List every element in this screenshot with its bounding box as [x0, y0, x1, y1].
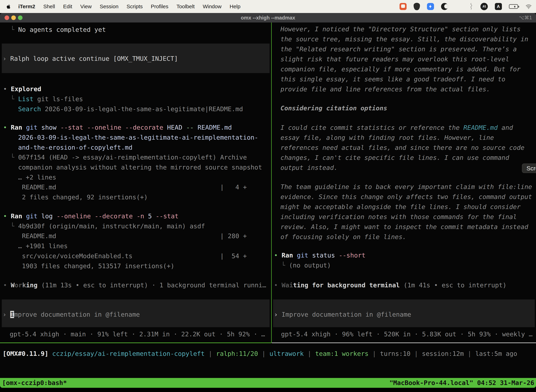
menubar-status-icons: .61 A: [400, 0, 532, 13]
menu-scripts[interactable]: Scripts: [127, 4, 143, 9]
title-bar[interactable]: omx --xhigh --madmax ⌥⌘1: [0, 13, 536, 23]
terminal-line: review. Also, I might want to inspect th…: [281, 222, 528, 232]
terminal-line: 1903 files changed, 513517 insertions(+): [18, 261, 174, 271]
terminal-line: slight risk that future readers may over…: [281, 54, 509, 64]
wifi-icon[interactable]: [525, 4, 532, 9]
terminal-line: essay file, along with finding root file…: [281, 133, 494, 143]
terminal-line: • Working (11m 13s • esc to interrupt) ·…: [3, 280, 266, 290]
screen: iTerm2 Shell Edit View Session Scripts P…: [0, 0, 536, 392]
terminal-line: However, I noticed the "Directory Struct…: [281, 24, 521, 34]
terminal-line: of focusing solely on file lines.: [281, 232, 406, 242]
terminal-line: 2026-03-09-is-legal-the-same-as-legitima…: [18, 132, 258, 142]
terminal-line: └ No agents completed yet: [10, 25, 106, 35]
input-source-label: A: [497, 4, 500, 9]
squiggle-icon[interactable]: [469, 3, 474, 10]
terminal-line: └ (no output): [281, 260, 331, 270]
screen-share-overlay[interactable]: Scre: [522, 163, 536, 173]
window-title: omx --xhigh --madmax: [0, 13, 536, 23]
terminal-line: provide file and line references from th…: [281, 84, 490, 94]
left-pane-border: [0, 342, 271, 343]
menu-edit[interactable]: Edit: [63, 4, 72, 9]
terminal-line: I could cite commit statistics or refere…: [281, 123, 513, 133]
battery-icon[interactable]: [509, 4, 518, 9]
terminal-line: The team guideline is to back every impo…: [281, 182, 532, 192]
terminal-line: └ List git ls-files: [10, 94, 83, 104]
terminal-line: src/voice/voiceModeEnabled.ts | 54 +: [18, 251, 247, 261]
menu-help[interactable]: Help: [230, 4, 241, 9]
terminal-line: the "Related research writing" section i…: [281, 44, 517, 54]
overlay-label: Scre: [526, 165, 536, 172]
right-pane-border: [272, 342, 536, 343]
terminal-line: this single essay, it seems like a good …: [281, 74, 505, 84]
menu-iterm2[interactable]: iTerm2: [18, 4, 35, 9]
menu-window[interactable]: Window: [203, 4, 222, 9]
terminal-line: › Ralph loop active continue [OMX_TMUX_I…: [3, 54, 178, 64]
menu-bar: iTerm2 Shell Edit View Session Scripts P…: [0, 0, 536, 13]
omx-status-line: [OMX#0.11.9] cczip/essay/ai-reimplementa…: [3, 349, 517, 359]
apple-menu-icon[interactable]: [6, 4, 11, 9]
tmux-window-label[interactable]: [omx-cczip0:bash*: [2, 378, 67, 388]
stats-badge-icon[interactable]: .61: [480, 3, 488, 10]
lightning-app-icon[interactable]: [427, 3, 434, 10]
terminal-line: companion file, especially if more comme…: [281, 64, 521, 74]
menu-toolbelt[interactable]: Toolbelt: [177, 4, 195, 9]
terminal-line: 2 files changed, 92 insertions(+): [18, 192, 148, 202]
tmux-status-bar: [omx-cczip0:bash* "MacBook-Pro-44.local"…: [0, 378, 536, 388]
moon-icon[interactable]: [441, 3, 448, 10]
terminal-line: and-the-erosion-of-copyleft.md: [18, 142, 132, 152]
terminal-line: • Ran git show --stat --oneline --decora…: [3, 122, 232, 132]
terminal-line: output instead.: [281, 163, 338, 173]
terminal-line: including verification notes with those …: [281, 212, 517, 222]
window-shortcut-badge: ⌥⌘1: [519, 13, 532, 23]
terminal-line: gpt-5.4 xhigh · main · 91% left · 2.31M …: [10, 329, 265, 339]
terminal-line: • Ran git status --short: [274, 250, 365, 260]
input-source-icon[interactable]: A: [495, 3, 502, 10]
menu-shell[interactable]: Shell: [43, 4, 55, 9]
shield-grid-icon[interactable]: [414, 3, 420, 10]
terminal-line: the source tree, missing the essay. Stil…: [281, 34, 528, 44]
terminal-line: README.md | 280 +: [18, 231, 247, 241]
menu-view[interactable]: View: [80, 4, 92, 9]
terminal-line: └ 4b9d30f (origin/main, instructkr/main,…: [10, 221, 205, 231]
dots-grid-icon[interactable]: [455, 3, 462, 10]
right-prompt-text[interactable]: › Improve documentation in @filename: [274, 309, 411, 319]
left-prompt-text[interactable]: › Improve documentation in @filename: [3, 309, 140, 319]
terminal-line: README.md | 4 +: [18, 182, 247, 192]
terminal-line: Considering citation options: [281, 103, 387, 113]
menu-session[interactable]: Session: [100, 4, 119, 9]
terminal-line: might be acceptable alongside the file l…: [281, 202, 521, 212]
menu-profiles[interactable]: Profiles: [151, 4, 168, 9]
terminal-line: … +1901 lines: [18, 241, 68, 251]
terminal-line: companion analysis without altering the …: [18, 162, 262, 172]
terminal-line: Search 2026-03-09-is-legal-the-same-as-l…: [18, 104, 243, 114]
terminal-line: evidence. Since this change only affects…: [281, 192, 532, 202]
pane-divider[interactable]: [271, 23, 272, 343]
terminal-line: • Ran git log --oneline --decorate -n 5 …: [3, 211, 178, 221]
terminal-line: • Explored: [3, 84, 41, 94]
terminal-line: └ 067f154 (HEAD -> essay/ai-reimplementa…: [10, 152, 247, 162]
tmux-host-clock: "MacBook-Pro-44.local" 04:52 31-Mar-26: [389, 378, 534, 388]
terminal-line: references need actual files, and since …: [281, 143, 524, 153]
stats-badge-value: .61: [482, 5, 486, 8]
screen-recording-icon[interactable]: [400, 3, 407, 10]
terminal-line: changes, I can't cite specific file line…: [281, 153, 509, 163]
terminal-line: • Waiting for background terminal (1m 41…: [274, 280, 507, 290]
terminal-line: … +2 lines: [18, 172, 56, 182]
terminal-line: gpt-5.4 xhigh · 96% left · 520K in · 5.8…: [281, 329, 532, 339]
